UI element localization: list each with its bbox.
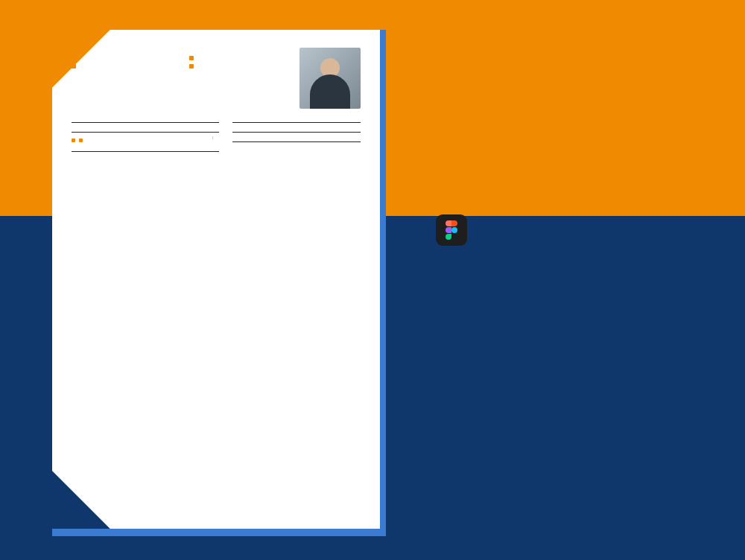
figma-row — [436, 214, 711, 246]
promo-title — [436, 89, 711, 118]
education-heading — [72, 130, 219, 133]
summary-heading — [72, 121, 219, 123]
education-location — [79, 138, 85, 142]
figma-icon — [436, 214, 467, 246]
resume-content — [52, 30, 380, 529]
contact-phone — [72, 63, 182, 69]
right-column — [232, 121, 361, 156]
contact-email — [189, 55, 299, 60]
certification-heading — [232, 130, 361, 133]
contact-location — [72, 55, 182, 60]
profile-photo — [299, 48, 361, 109]
training-heading — [232, 140, 361, 142]
contact-site — [189, 63, 299, 69]
contact-grid — [72, 55, 299, 69]
svg-point-0 — [451, 227, 457, 233]
education-dates — [72, 138, 77, 142]
left-column — [72, 121, 219, 156]
resume-page — [52, 30, 380, 529]
experience-heading — [72, 150, 219, 152]
skills-heading — [232, 121, 361, 123]
promo-panel — [436, 89, 711, 246]
